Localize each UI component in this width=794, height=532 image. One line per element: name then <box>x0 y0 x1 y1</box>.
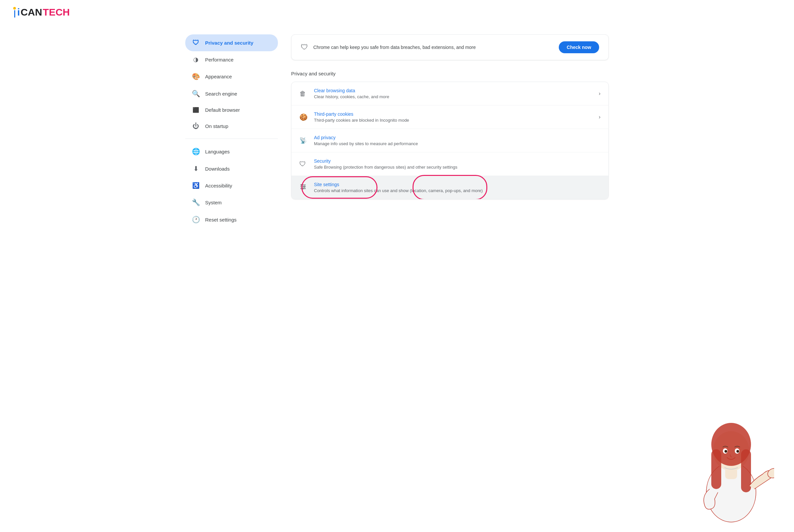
svg-point-14 <box>724 450 727 453</box>
sidebar-divider <box>185 138 278 139</box>
settings-item-ad-privacy-title: Ad privacy <box>314 135 601 140</box>
content-area: 🛡 Chrome can help keep you safe from dat… <box>291 34 609 228</box>
sidebar-item-browser[interactable]: ⬛ Default browser <box>185 102 278 118</box>
sidebar-item-startup-label: On startup <box>205 123 228 129</box>
logo-i-text: i <box>17 6 20 18</box>
section-title: Privacy and security <box>291 71 609 76</box>
settings-item-site-settings-title: Site settings <box>314 182 601 187</box>
browser-icon: ⬛ <box>192 107 200 113</box>
sidebar-item-system[interactable]: 🔧 System <box>185 194 278 211</box>
settings-item-third-party-title: Third-party cookies <box>314 111 599 117</box>
sidebar-item-search[interactable]: 🔍 Search engine <box>185 85 278 102</box>
svg-point-5 <box>302 188 303 189</box>
settings-item-security-title: Security <box>314 158 601 164</box>
settings-item-ad-privacy-desc: Manage info used by sites to measure ad … <box>314 141 601 146</box>
settings-item-security-text: Security Safe Browsing (protection from … <box>314 158 601 170</box>
safety-text: Chrome can help keep you safe from data … <box>313 45 476 50</box>
search-icon: 🔍 <box>192 90 200 97</box>
sidebar-item-accessibility[interactable]: ♿ Accessibility <box>185 177 278 194</box>
arrow-right-icon-2: › <box>599 114 601 120</box>
wrench-icon: 🔧 <box>192 198 200 206</box>
settings-item-third-party[interactable]: 🍪 Third-party cookies Third-party cookie… <box>292 106 608 129</box>
sidebar: 🛡 Privacy and security ◑ Performance 🎨 A… <box>185 34 278 228</box>
settings-item-security-desc: Safe Browsing (protection from dangerous… <box>314 165 601 170</box>
sidebar-item-downloads-label: Downloads <box>205 166 229 172</box>
sidebar-item-system-label: System <box>205 200 222 205</box>
sidebar-item-browser-label: Default browser <box>205 107 240 113</box>
safety-banner-left: 🛡 Chrome can help keep you safe from dat… <box>301 43 476 52</box>
sidebar-item-reset[interactable]: 🕐 Reset settings <box>185 211 278 228</box>
ad-privacy-icon: 📡 <box>299 137 311 144</box>
settings-item-third-party-desc: Third-party cookies are blocked in Incog… <box>314 118 599 123</box>
sidebar-item-search-label: Search engine <box>205 91 237 97</box>
settings-item-clear-browsing-desc: Clear history, cookies, cache, and more <box>314 94 599 99</box>
cookie-icon: 🍪 <box>299 113 311 121</box>
accessibility-icon: ♿ <box>192 182 200 189</box>
sidebar-item-performance[interactable]: ◑ Performance <box>185 51 278 68</box>
security-shield-icon: 🛡 <box>299 160 311 168</box>
arrow-right-icon: › <box>599 91 601 97</box>
svg-point-15 <box>736 450 739 453</box>
sidebar-item-appearance[interactable]: 🎨 Appearance <box>185 68 278 85</box>
safety-shield-icon: 🛡 <box>301 43 308 52</box>
sidebar-item-performance-label: Performance <box>205 57 234 62</box>
sidebar-item-accessibility-label: Accessibility <box>205 183 232 188</box>
sidebar-item-startup[interactable]: ⏻ On startup <box>185 118 278 135</box>
logo-can-text: CAN <box>20 6 42 18</box>
logo-dot-icon <box>13 7 16 10</box>
trash-icon: 🗑 <box>299 90 311 97</box>
settings-item-ad-privacy-text: Ad privacy Manage info used by sites to … <box>314 135 601 146</box>
main-container: 🛡 Privacy and security ◑ Performance 🎨 A… <box>165 24 629 238</box>
site-settings-icon <box>299 183 311 192</box>
sidebar-item-reset-label: Reset settings <box>205 217 237 223</box>
performance-icon: ◑ <box>192 56 200 63</box>
logo-tech-text: TECH <box>43 6 70 18</box>
svg-rect-11 <box>741 449 751 492</box>
header: i CAN TECH <box>0 0 794 24</box>
character-illustration <box>688 386 774 526</box>
settings-item-site-settings-text: Site settings Controls what information … <box>314 182 601 193</box>
sidebar-item-languages-label: Languages <box>205 149 229 154</box>
sidebar-item-languages[interactable]: 🌐 Languages <box>185 143 278 160</box>
svg-rect-10 <box>711 449 721 489</box>
logo: i CAN TECH <box>13 6 781 18</box>
settings-item-clear-browsing-text: Clear browsing data Clear history, cooki… <box>314 88 599 99</box>
download-icon: ⬇ <box>192 165 200 173</box>
sidebar-item-appearance-label: Appearance <box>205 74 232 79</box>
settings-item-security[interactable]: 🛡 Security Safe Browsing (protection fro… <box>292 152 608 176</box>
sidebar-item-privacy[interactable]: 🛡 Privacy and security <box>185 34 278 51</box>
settings-item-site-settings[interactable]: Site settings Controls what information … <box>292 176 608 199</box>
settings-list: 🗑 Clear browsing data Clear history, coo… <box>291 82 609 200</box>
sidebar-item-privacy-label: Privacy and security <box>205 40 254 45</box>
svg-point-4 <box>304 186 305 188</box>
reset-icon: 🕐 <box>192 215 200 224</box>
settings-item-ad-privacy[interactable]: 📡 Ad privacy Manage info used by sites t… <box>292 129 608 152</box>
appearance-icon: 🎨 <box>192 72 200 80</box>
startup-icon: ⏻ <box>192 122 200 130</box>
check-now-button[interactable]: Check now <box>559 41 599 53</box>
logo-stick-icon <box>14 10 15 18</box>
safety-banner: 🛡 Chrome can help keep you safe from dat… <box>291 34 609 60</box>
settings-item-clear-browsing-title: Clear browsing data <box>314 88 599 93</box>
settings-item-site-settings-desc: Controls what information sites can use … <box>314 188 601 193</box>
shield-icon: 🛡 <box>192 39 200 46</box>
sidebar-item-downloads[interactable]: ⬇ Downloads <box>185 160 278 177</box>
globe-icon: 🌐 <box>192 148 200 155</box>
svg-point-3 <box>301 184 303 186</box>
settings-item-clear-browsing[interactable]: 🗑 Clear browsing data Clear history, coo… <box>292 82 608 106</box>
settings-item-third-party-text: Third-party cookies Third-party cookies … <box>314 111 599 123</box>
